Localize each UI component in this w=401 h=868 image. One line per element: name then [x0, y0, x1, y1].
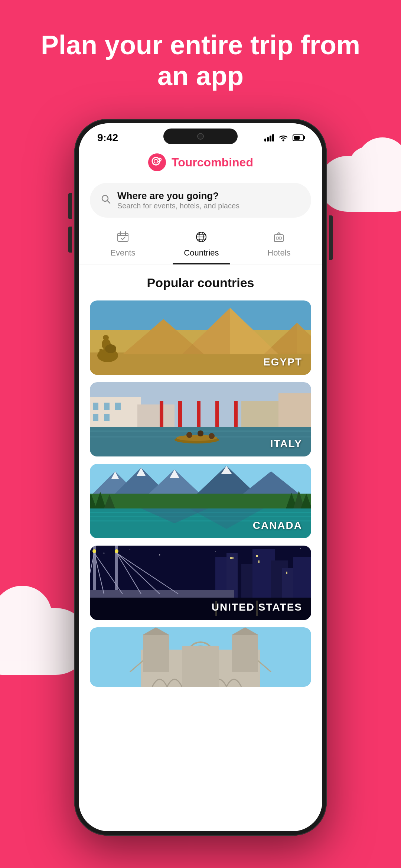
power-button — [329, 215, 333, 260]
events-icon — [117, 231, 129, 246]
italy-name: ITALY — [270, 438, 302, 450]
status-bar: 9:42 — [79, 123, 322, 146]
svg-rect-76 — [90, 516, 311, 517]
phone-wrapper: 9:42 — [74, 119, 327, 836]
svg-point-82 — [130, 549, 130, 550]
status-icons — [264, 134, 304, 142]
egypt-name: EGYPT — [263, 356, 302, 368]
svg-point-55 — [198, 430, 203, 436]
svg-rect-43 — [104, 414, 110, 421]
tab-hotels-label: Hotels — [267, 248, 290, 258]
volume-down-button — [68, 227, 72, 253]
svg-rect-15 — [274, 235, 283, 241]
canada-name: CANADA — [253, 520, 302, 531]
phone-screen: 9:42 — [79, 123, 322, 831]
tab-events-label: Events — [110, 248, 135, 258]
svg-point-56 — [209, 433, 215, 439]
svg-point-109 — [115, 549, 118, 553]
country-card-italy[interactable]: ITALY — [90, 382, 311, 456]
svg-rect-67 — [90, 494, 311, 508]
volume-up-button — [68, 193, 72, 219]
svg-point-108 — [92, 549, 96, 553]
svg-point-84 — [215, 551, 216, 552]
svg-rect-16 — [276, 237, 278, 239]
svg-rect-17 — [279, 237, 281, 239]
notch — [163, 129, 238, 144]
search-icon — [101, 194, 111, 206]
svg-rect-95 — [232, 557, 234, 559]
svg-rect-41 — [115, 403, 121, 410]
svg-point-33 — [105, 344, 116, 353]
app-name: Tourcombined — [172, 156, 253, 169]
svg-rect-40 — [104, 403, 110, 410]
svg-point-0 — [283, 140, 284, 142]
cloud-right — [319, 156, 401, 212]
tab-countries-label: Countries — [184, 248, 219, 258]
svg-rect-116 — [232, 635, 258, 672]
svg-rect-28 — [100, 349, 102, 357]
svg-rect-97 — [258, 560, 260, 563]
country-card-egypt[interactable]: EGYPT — [90, 300, 311, 375]
svg-rect-101 — [90, 590, 234, 598]
app-logo — [148, 153, 166, 172]
tab-bar: Events Countries — [79, 225, 322, 264]
section-title: Popular countries — [90, 276, 311, 290]
country-card-canada[interactable]: CANADA — [90, 464, 311, 538]
svg-rect-6 — [118, 233, 128, 241]
svg-point-81 — [104, 553, 105, 554]
svg-rect-98 — [286, 572, 287, 574]
status-time: 9:42 — [97, 132, 118, 144]
svg-rect-94 — [230, 557, 232, 559]
phone-outer: 9:42 — [74, 119, 327, 836]
signal-icon — [264, 134, 274, 142]
svg-point-32 — [103, 335, 109, 340]
country-card-usa[interactable]: UNITED STATES — [90, 546, 311, 620]
svg-rect-39 — [93, 403, 98, 410]
tab-countries[interactable]: Countries — [173, 225, 230, 264]
wifi-icon — [278, 134, 288, 142]
hotels-icon — [273, 231, 285, 246]
search-text-group: Where are you going? Search for events, … — [117, 190, 239, 210]
app-header: Tourcombined — [79, 146, 322, 179]
usa-name: UNITED STATES — [212, 601, 302, 613]
front-camera — [197, 133, 204, 140]
battery-icon — [293, 134, 304, 141]
main-content: Popular countries — [79, 264, 322, 687]
search-bar[interactable]: Where are you going? Search for events, … — [90, 183, 311, 218]
svg-point-83 — [159, 555, 160, 556]
svg-rect-42 — [93, 414, 98, 421]
svg-point-54 — [186, 432, 192, 438]
countries-icon — [195, 231, 207, 246]
tab-hotels[interactable]: Hotels — [256, 225, 301, 264]
country-card-france[interactable] — [90, 627, 311, 687]
search-title: Where are you going? — [117, 190, 239, 202]
search-subtitle: Search for events, hotels, and places — [117, 202, 239, 210]
svg-rect-96 — [256, 555, 258, 557]
france-image — [90, 627, 311, 687]
svg-rect-115 — [143, 635, 169, 672]
svg-rect-121 — [182, 646, 219, 687]
hero-title: Plan your entire trip from an app — [0, 30, 401, 91]
tab-events[interactable]: Events — [99, 225, 146, 264]
svg-line-5 — [107, 201, 110, 203]
svg-point-86 — [300, 548, 301, 549]
